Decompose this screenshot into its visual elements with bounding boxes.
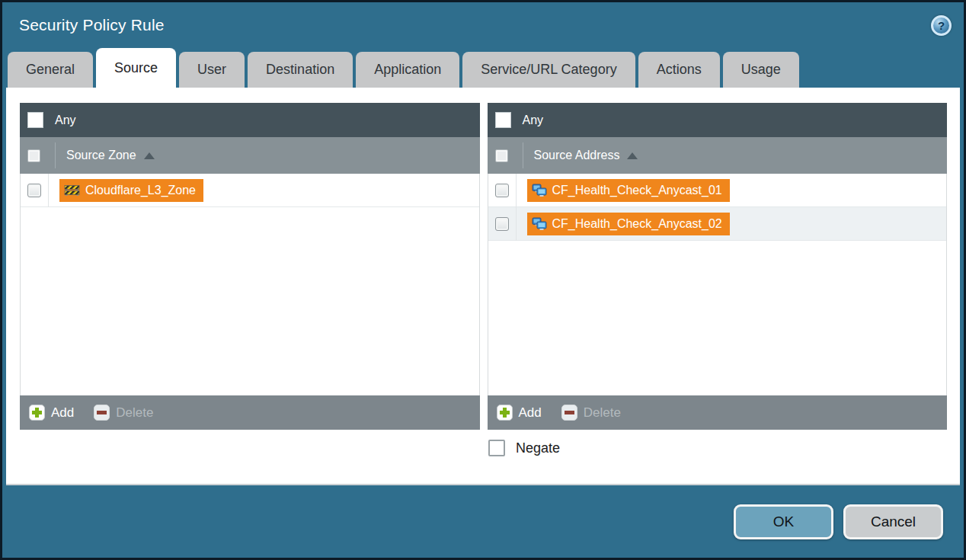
address-name: CF_Health_Check_Anycast_01 [552, 184, 722, 197]
ok-button[interactable]: OK [734, 504, 833, 539]
tab-usage[interactable]: Usage [723, 52, 799, 88]
source-address-list: CF_Health_Check_Anycast_01 [488, 174, 948, 395]
tab-destination[interactable]: Destination [248, 52, 353, 88]
source-zone-selectall-checkbox[interactable] [27, 149, 40, 162]
column-header-label: Source Address [534, 149, 620, 162]
source-address-any-row: Any [488, 103, 948, 137]
row-checkbox[interactable] [495, 184, 509, 197]
tab-general[interactable]: General [8, 52, 93, 88]
minus-icon [561, 405, 577, 421]
plus-icon [29, 405, 45, 421]
negate-row: Negate [488, 440, 947, 456]
sort-ascending-icon [144, 152, 155, 159]
source-address-any-checkbox[interactable] [495, 112, 511, 128]
address-name: CF_Health_Check_Anycast_02 [552, 217, 722, 231]
cancel-button[interactable]: Cancel [843, 504, 943, 539]
header-divider [523, 142, 523, 168]
header-divider [55, 142, 56, 168]
panels-container: Any Source Zone [20, 103, 947, 430]
zone-name: Cloudflare_L3_Zone [85, 184, 196, 197]
sort-ascending-icon [627, 152, 638, 159]
tab-content-source: Any Source Zone [6, 88, 960, 485]
tab-service-url-category[interactable]: Service/URL Category [462, 52, 635, 88]
row-checkbox[interactable] [27, 184, 41, 197]
negate-checkbox[interactable] [488, 440, 505, 456]
tab-user[interactable]: User [179, 52, 245, 88]
address-icon [532, 217, 547, 231]
dialog-title: Security Policy Rule [19, 16, 165, 34]
negate-label: Negate [516, 440, 560, 456]
source-zone-footer: Add Delete [20, 395, 480, 430]
row-divider [48, 174, 49, 207]
zone-icon [64, 184, 80, 197]
tab-actions[interactable]: Actions [638, 52, 720, 88]
row-divider [516, 207, 517, 241]
add-zone-button[interactable]: Add [29, 405, 74, 421]
plus-icon [497, 405, 513, 421]
table-row: Cloudflare_L3_Zone [21, 174, 479, 207]
source-address-panel: Any Source Address [488, 103, 948, 430]
help-icon[interactable]: ? [931, 15, 952, 36]
address-value-chip[interactable]: CF_Health_Check_Anycast_02 [527, 213, 730, 235]
source-address-column-header[interactable]: Source Address [488, 137, 948, 174]
tab-bar: General Source User Destination Applicat… [2, 48, 964, 88]
security-policy-rule-dialog: Security Policy Rule ? General Source Us… [0, 0, 966, 560]
column-header-label: Source Zone [66, 149, 136, 162]
zone-value-chip[interactable]: Cloudflare_L3_Zone [59, 179, 203, 202]
source-zone-any-checkbox[interactable] [27, 112, 43, 128]
source-zone-panel: Any Source Zone [20, 103, 480, 430]
source-address-footer: Add Delete [488, 395, 948, 430]
titlebar: Security Policy Rule ? [2, 2, 964, 48]
table-row: CF_Health_Check_Anycast_02 [488, 207, 947, 241]
tab-source[interactable]: Source [96, 48, 176, 88]
address-value-chip[interactable]: CF_Health_Check_Anycast_01 [527, 179, 730, 202]
address-icon [532, 184, 547, 197]
dialog-footer: OK Cancel [2, 485, 964, 558]
row-checkbox[interactable] [495, 217, 509, 231]
minus-icon [94, 405, 110, 421]
source-address-selectall-checkbox[interactable] [495, 149, 508, 162]
source-zone-column-header[interactable]: Source Zone [20, 137, 480, 174]
any-label: Any [55, 114, 76, 127]
row-divider [516, 174, 517, 207]
tab-application[interactable]: Application [356, 52, 459, 88]
add-address-button[interactable]: Add [497, 405, 542, 421]
source-zone-any-row: Any [20, 103, 480, 137]
delete-address-button[interactable]: Delete [561, 405, 621, 421]
any-label: Any [523, 114, 544, 127]
source-zone-list: Cloudflare_L3_Zone [20, 174, 480, 395]
delete-zone-button[interactable]: Delete [94, 405, 153, 421]
table-row: CF_Health_Check_Anycast_01 [488, 174, 947, 207]
